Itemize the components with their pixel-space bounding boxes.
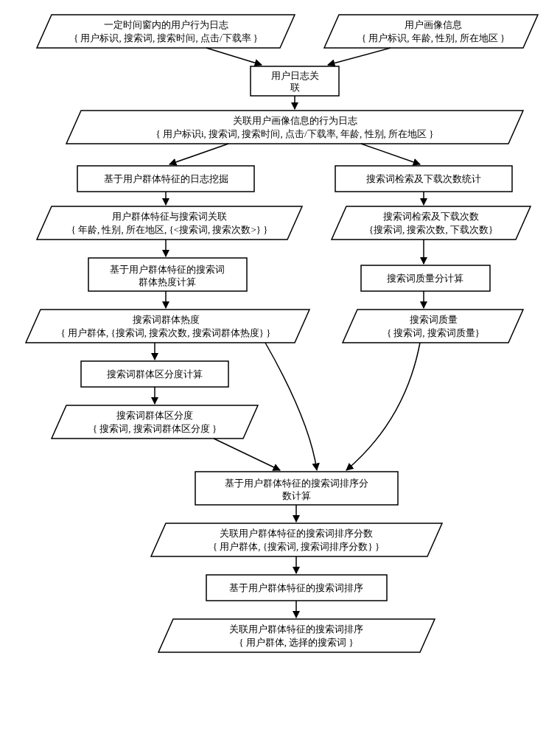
d4-text2: { 年龄, 性别, 所在地区, {<搜索词, 搜索次数>} } [71, 224, 267, 235]
flowchart-diagram: 一定时间窗内的用户行为日志 { 用户标识, 搜索词, 搜索时间, 点击/下载率 … [7, 7, 553, 730]
d9-text2: { 用户群体, {搜索词, 搜索词排序分数} } [213, 541, 379, 552]
p4-text2: 群体热度计算 [139, 276, 196, 287]
d10-text1: 关联用户群体特征的搜索词排序 [229, 624, 363, 635]
d10-text2: { 用户群体, 选择的搜索词 } [239, 637, 353, 648]
svg-line-27 [214, 439, 280, 470]
data-node-d3: 关联用户画像信息的行为日志 { 用户标识i, 搜索词, 搜索时间, 点击/下载率… [66, 111, 523, 144]
p4-text1: 基于用户群体特征的搜索词 [110, 264, 225, 275]
d3-text1: 关联用户画像信息的行为日志 [233, 115, 357, 126]
svg-line-7 [169, 144, 228, 164]
data-node-d7: 搜索词质量 { 搜索词, 搜索词质量} [343, 310, 523, 343]
data-node-d9: 关联用户群体特征的搜索词排序分数 { 用户群体, {搜索词, 搜索词排序分数} … [151, 523, 442, 556]
p3-text: 搜索词检索及下载次数统计 [366, 173, 481, 184]
data-node-d1: 一定时间窗内的用户行为日志 { 用户标识, 搜索词, 搜索时间, 点击/下载率 … [37, 15, 295, 48]
d8-text2: { 搜索词, 搜索词群体区分度 } [93, 423, 217, 434]
p1-text2: 联 [290, 82, 300, 93]
process-node-p7: 基于用户群体特征的搜索词排序分 数计算 [195, 472, 398, 505]
p7-text1: 基于用户群体特征的搜索词排序分 [225, 478, 368, 489]
d5-text1: 搜索词检索及下载次数 [383, 211, 479, 222]
process-node-p1: 用户日志关 联 [251, 66, 339, 96]
svg-line-3 [328, 48, 391, 65]
p8-text: 基于用户群体特征的搜索词排序 [229, 582, 363, 593]
process-node-p3: 搜索词检索及下载次数统计 [335, 166, 512, 192]
d7-text2: { 搜索词, 搜索词质量} [387, 327, 480, 338]
process-node-p6: 搜索词群体区分度计算 [81, 361, 228, 387]
d9-text1: 关联用户群体特征的搜索词排序分数 [220, 528, 373, 539]
data-node-d10: 关联用户群体特征的搜索词排序 { 用户群体, 选择的搜索词 } [158, 619, 435, 652]
d5-text2: {搜索词, 搜索次数, 下载次数} [369, 224, 493, 235]
data-node-d8: 搜索词群体区分度 { 搜索词, 搜索词群体区分度 } [52, 405, 258, 439]
p1-text1: 用户日志关 [271, 70, 319, 81]
process-node-p8: 基于用户群体特征的搜索词排序 [206, 575, 387, 601]
data-node-d6: 搜索词群体热度 { 用户群体, {搜索词, 搜索次数, 搜索词群体热度} } [26, 310, 309, 343]
process-node-p2: 基于用户群体特征的日志挖掘 [77, 166, 254, 192]
data-node-d2: 用户画像信息 { 用户标识, 年龄, 性别, 所在地区 } [324, 15, 538, 48]
p6-text: 搜索词群体区分度计算 [107, 368, 203, 380]
d6-text2: { 用户群体, {搜索词, 搜索次数, 搜索词群体热度} } [61, 327, 271, 338]
data-node-d4: 用户群体特征与搜索词关联 { 年龄, 性别, 所在地区, {<搜索词, 搜索次数… [37, 206, 302, 240]
d3-text2: { 用户标识i, 搜索词, 搜索时间, 点击/下载率, 年龄, 性别, 所在地区… [155, 128, 433, 139]
d7-text1: 搜索词质量 [410, 314, 458, 325]
d1-text2: { 用户标识, 搜索词, 搜索时间, 点击/下载率 } [74, 32, 258, 43]
data-node-d5: 搜索词检索及下载次数 {搜索词, 搜索次数, 下载次数} [332, 206, 531, 240]
d1-text1: 一定时间窗内的用户行为日志 [104, 19, 228, 30]
svg-line-8 [361, 144, 420, 164]
p5-text: 搜索词质量分计算 [387, 273, 463, 284]
d6-text1: 搜索词群体热度 [133, 314, 200, 325]
d2-text2: { 用户标识, 年龄, 性别, 所在地区 } [362, 32, 505, 43]
process-node-p5: 搜索词质量分计算 [361, 265, 490, 291]
process-node-p4: 基于用户群体特征的搜索词 群体热度计算 [88, 258, 247, 291]
d2-text1: 用户画像信息 [405, 19, 462, 30]
d4-text1: 用户群体特征与搜索词关联 [112, 211, 227, 222]
svg-line-2 [206, 48, 262, 65]
p7-text2: 数计算 [282, 490, 311, 501]
p2-text: 基于用户群体特征的日志挖掘 [104, 173, 228, 184]
d8-text1: 搜索词群体区分度 [116, 410, 193, 421]
